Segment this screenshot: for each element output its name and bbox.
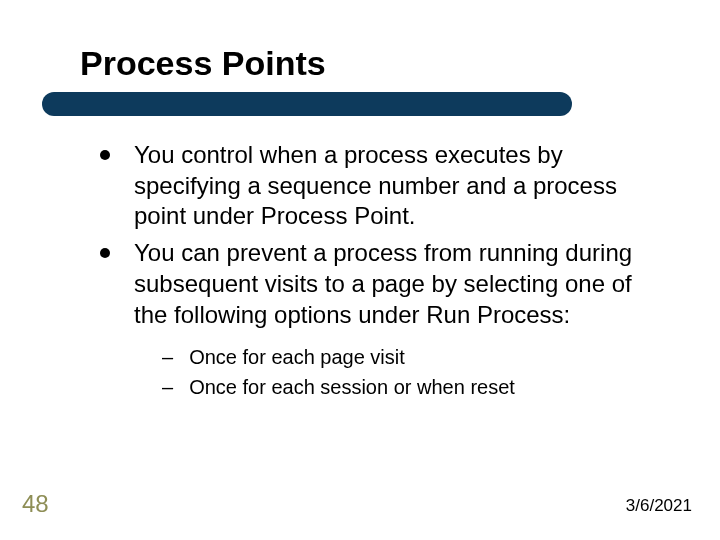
sub-bullet-text: Once for each page visit xyxy=(189,344,405,370)
bullet-text: You control when a process executes by s… xyxy=(134,140,660,232)
slide: Process Points You control when a proces… xyxy=(0,0,720,540)
bullet-item: You can prevent a process from running d… xyxy=(100,238,660,330)
date: 3/6/2021 xyxy=(626,496,692,516)
slide-title: Process Points xyxy=(80,44,326,83)
page-number: 48 xyxy=(22,490,49,518)
bullet-disc-icon xyxy=(100,150,110,160)
sub-bullet-list: – Once for each page visit – Once for ea… xyxy=(162,344,660,400)
sub-bullet-text: Once for each session or when reset xyxy=(189,374,515,400)
dash-icon: – xyxy=(162,374,173,400)
bullet-disc-icon xyxy=(100,248,110,258)
dash-icon: – xyxy=(162,344,173,370)
bullet-item: You control when a process executes by s… xyxy=(100,140,660,232)
title-underline xyxy=(42,92,572,116)
sub-bullet-item: – Once for each page visit xyxy=(162,344,660,370)
body-content: You control when a process executes by s… xyxy=(100,140,660,404)
sub-bullet-item: – Once for each session or when reset xyxy=(162,374,660,400)
bullet-text: You can prevent a process from running d… xyxy=(134,238,660,330)
